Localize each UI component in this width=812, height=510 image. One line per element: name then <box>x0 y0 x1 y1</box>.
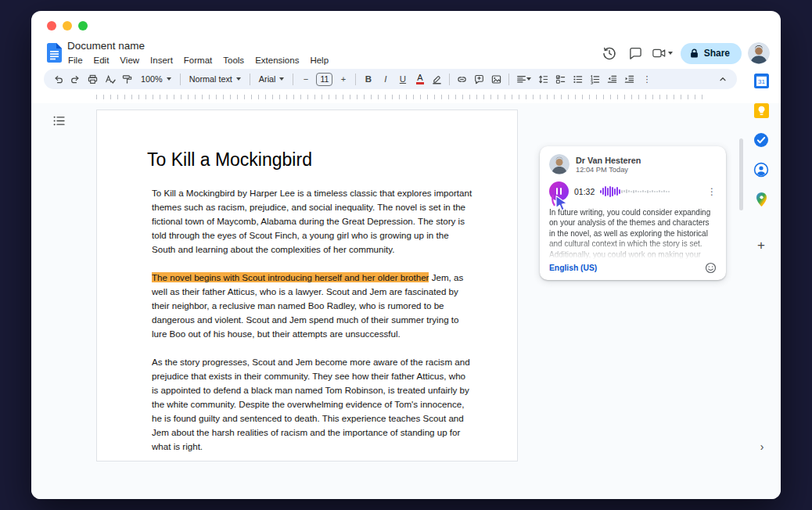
font-size-field[interactable]: 11 <box>316 73 332 86</box>
hide-menus-button[interactable] <box>714 71 731 88</box>
highlighter-icon <box>432 74 442 84</box>
spellcheck-button[interactable] <box>102 71 118 88</box>
paragraph-style-select[interactable]: Normal text <box>185 71 246 88</box>
waveform-bar <box>602 188 604 195</box>
app-window: Document name File Edit View Insert Form… <box>31 11 781 499</box>
comment-header: Dr Van Hesteren 12:04 PM Today <box>549 154 717 174</box>
audio-player: 01:32 ⋮ <box>549 181 717 201</box>
undo-button[interactable] <box>50 71 66 88</box>
increase-indent-button[interactable] <box>621 71 638 88</box>
zoom-select[interactable]: 100% <box>136 71 176 88</box>
decrease-font-size-button[interactable]: − <box>297 71 314 88</box>
chevron-down-icon <box>236 77 241 81</box>
share-button-label: Share <box>704 48 730 59</box>
document-title-field[interactable]: Document name <box>67 40 145 52</box>
underline-button[interactable]: U <box>394 71 411 88</box>
document-canvas: To Kill a Mockingbird To Kill a Mockingb… <box>31 103 781 499</box>
contacts-button[interactable] <box>753 161 770 178</box>
link-icon <box>457 74 467 84</box>
align-button[interactable] <box>513 71 534 88</box>
line-spacing-icon <box>538 74 548 84</box>
waveform-bar <box>619 189 620 194</box>
menu-insert[interactable]: Insert <box>145 54 178 66</box>
language-link[interactable]: English (US) <box>549 264 597 272</box>
comment-card[interactable]: Dr Van Hesteren 12:04 PM Today 01:32 ⋮ <box>540 146 726 280</box>
waveform-bar <box>600 190 602 193</box>
highlight-color-button[interactable] <box>429 71 445 88</box>
document-page[interactable]: To Kill a Mockingbird To Kill a Mockingb… <box>96 110 518 462</box>
comment-menu-button[interactable]: ⋮ <box>707 186 717 197</box>
waveform-bar <box>652 190 653 192</box>
lock-icon <box>690 48 699 59</box>
menu-view[interactable]: View <box>114 54 145 66</box>
header-actions: Share <box>599 42 770 64</box>
waveform-bar <box>668 191 670 192</box>
insert-image-button[interactable] <box>488 71 505 88</box>
menu-file[interactable]: File <box>63 54 88 66</box>
waveform-bar <box>616 187 618 196</box>
keep-button[interactable] <box>753 102 770 119</box>
waveform-bar <box>609 186 611 197</box>
maps-button[interactable] <box>753 191 770 208</box>
ruler[interactable] <box>44 92 737 101</box>
paint-format-button[interactable] <box>119 71 135 88</box>
decrease-indent-button[interactable] <box>604 71 620 88</box>
add-addon-button[interactable]: + <box>753 236 770 253</box>
toolbar-divider <box>293 74 293 85</box>
menu-extensions[interactable]: Extensions <box>250 54 304 66</box>
account-avatar[interactable] <box>748 42 770 64</box>
zoom-value: 100% <box>141 74 163 84</box>
add-comment-button[interactable] <box>471 71 487 88</box>
waveform-bar <box>659 190 660 192</box>
insert-link-button[interactable] <box>454 71 470 88</box>
checklist-button[interactable] <box>552 71 569 88</box>
print-button[interactable] <box>84 71 101 88</box>
italic-button[interactable]: I <box>377 71 393 88</box>
bulleted-list-icon <box>573 74 583 84</box>
docs-app-icon[interactable] <box>47 43 62 63</box>
increase-font-size-button[interactable]: + <box>335 71 351 88</box>
redo-button[interactable] <box>67 71 84 88</box>
calendar-button[interactable]: 31 <box>753 72 770 89</box>
hide-side-panel-button[interactable]: › <box>753 438 771 455</box>
chevron-down-icon <box>167 77 171 81</box>
font-family-select[interactable]: Arial <box>254 71 289 88</box>
line-spacing-button[interactable] <box>535 71 552 88</box>
menu-format[interactable]: Format <box>178 54 217 66</box>
text-color-label: A <box>416 74 423 84</box>
meet-button[interactable] <box>652 43 674 63</box>
waveform-bar <box>628 190 630 192</box>
tasks-button[interactable] <box>753 131 770 149</box>
toolbar-divider <box>355 74 356 85</box>
highlighted-text[interactable]: The novel begins with Scout introducing … <box>152 272 429 282</box>
menu-help[interactable]: Help <box>304 54 334 66</box>
minimize-button[interactable] <box>63 21 72 31</box>
vertical-scrollbar[interactable] <box>739 138 743 210</box>
text-color-button[interactable]: A <box>411 71 428 88</box>
audio-waveform[interactable] <box>600 185 700 198</box>
show-outline-button[interactable] <box>53 116 65 126</box>
more-options-button[interactable]: ⋮ <box>638 71 655 88</box>
share-button[interactable]: Share <box>681 43 742 64</box>
waveform-bar <box>633 190 634 193</box>
menu-bar: File Edit View Insert Format Tools Exten… <box>63 54 334 66</box>
zoom-button[interactable] <box>78 21 88 31</box>
menu-edit[interactable]: Edit <box>88 54 115 66</box>
numbered-list-button[interactable] <box>587 71 603 88</box>
open-comments-button[interactable] <box>626 43 646 63</box>
version-history-button[interactable] <box>599 43 620 63</box>
chevron-up-icon <box>718 74 728 84</box>
audio-time: 01:32 <box>574 187 595 196</box>
waveform-bar <box>612 187 613 196</box>
bold-button[interactable]: B <box>360 71 376 88</box>
paint-roller-icon <box>122 74 132 84</box>
waveform-bar <box>663 190 665 192</box>
waveform-bar <box>661 191 663 192</box>
bulleted-list-button[interactable] <box>569 71 586 88</box>
waveform-bar <box>656 191 658 192</box>
comment-icon <box>629 47 642 60</box>
insert-emoji-button[interactable] <box>705 262 717 274</box>
close-button[interactable] <box>47 21 56 31</box>
menu-tools[interactable]: Tools <box>217 54 250 66</box>
commenter-avatar[interactable] <box>549 154 569 174</box>
